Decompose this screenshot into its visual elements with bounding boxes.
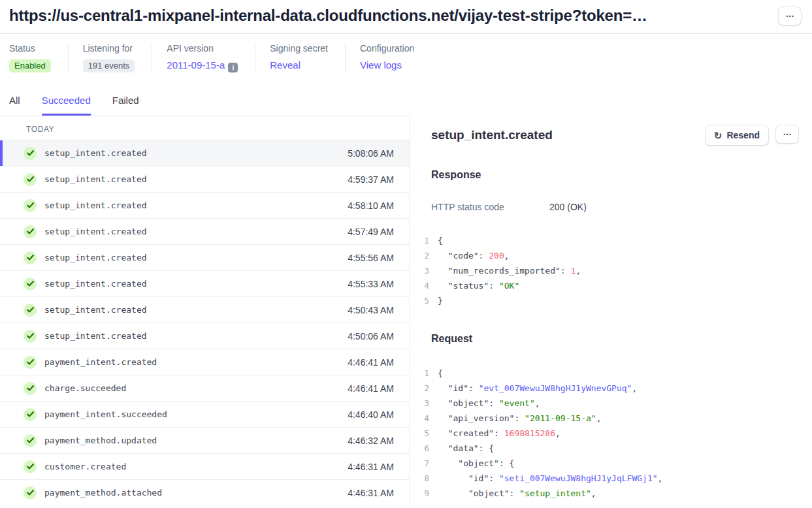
check-icon	[24, 147, 37, 160]
code-line: 6 "data": {	[420, 441, 799, 456]
code-line: 8 "id": "seti_007WewuJW8hgHJ1yJqLFWGj1",	[420, 471, 799, 486]
line-number: 4	[420, 278, 429, 293]
event-row[interactable]: payment_intent.succeeded4:46:40 AM	[0, 402, 410, 428]
check-icon	[24, 408, 37, 421]
event-time: 4:46:32 AM	[348, 436, 394, 446]
code-token: ,	[591, 488, 596, 498]
line-number: 7	[420, 456, 429, 471]
code-token: ,	[555, 428, 560, 438]
check-icon	[24, 486, 37, 500]
check-icon	[24, 199, 37, 212]
check-icon	[24, 225, 37, 238]
resend-button[interactable]: ↻ Resend	[705, 125, 769, 146]
detail-actions: ↻ Resend ⋯	[705, 125, 799, 146]
meta-value-api-version: 2011-09-15-ai	[167, 59, 238, 72]
event-row[interactable]: setup_intent.created4:50:06 AM	[0, 323, 410, 349]
event-rows: setup_intent.created5:08:06 AMsetup_inte…	[0, 140, 410, 505]
event-row[interactable]: payment_intent.created4:46:41 AM	[0, 349, 410, 375]
code-line: 4 "api_version": "2011-09-15-a",	[420, 411, 799, 426]
header-overflow-button[interactable]: ⋯	[778, 7, 802, 25]
code-text: {	[438, 366, 443, 381]
meta-item-configuration: ConfigurationView logs	[345, 43, 431, 72]
event-time: 4:57:49 AM	[348, 227, 394, 237]
meta-item-listening-for: Listening for191 events	[68, 43, 152, 72]
code-line: 1{	[420, 233, 799, 248]
code-line: 2 "id": "evt_007WewuJW8hgHJ1yWnevGPuq",	[420, 381, 799, 396]
code-token: "OK"	[499, 281, 519, 291]
configuration-link[interactable]: View logs	[360, 59, 402, 71]
detail-overflow-button[interactable]: ⋯	[775, 125, 799, 144]
event-time: 4:55:33 AM	[348, 279, 394, 289]
event-time: 4:46:31 AM	[348, 462, 394, 472]
code-token: "num_records_imported":	[438, 266, 571, 276]
resend-icon: ↻	[714, 131, 723, 140]
event-name: setup_intent.created	[44, 174, 348, 184]
code-text: "object": "event",	[438, 396, 540, 411]
line-number: 1	[420, 366, 429, 381]
code-text: {	[438, 233, 443, 248]
event-row[interactable]: setup_intent.created4:50:43 AM	[0, 297, 410, 323]
tab-succeeded[interactable]: Succeeded	[42, 95, 91, 116]
page-header: https://us-central1-mixpanel-internal-da…	[0, 0, 812, 34]
event-name: setup_intent.created	[44, 279, 348, 289]
code-line: 1{	[420, 366, 799, 381]
event-time: 4:46:41 AM	[348, 383, 394, 394]
code-token: "object":	[438, 488, 519, 498]
event-row[interactable]: setup_intent.created4:59:37 AM	[0, 167, 410, 193]
line-number: 2	[420, 381, 429, 396]
event-row[interactable]: customer.created4:46:31 AM	[0, 454, 410, 480]
tab-bar: AllSucceededFailed	[0, 83, 812, 116]
api-version-link[interactable]: 2011-09-15-a	[167, 59, 225, 71]
event-name: customer.created	[44, 462, 348, 471]
code-token: "2011-09-15-a"	[525, 413, 596, 423]
check-icon	[24, 382, 37, 395]
code-line: 7 "object": {	[420, 456, 799, 471]
code-text: "data": {	[438, 441, 494, 456]
code-token: "data": {	[438, 443, 494, 453]
check-icon	[24, 173, 37, 186]
check-icon	[24, 460, 37, 473]
code-text: "code": 200,	[438, 248, 510, 263]
code-line: 5 "created": 1698815286,	[420, 426, 799, 441]
http-status-row: HTTP status code 200 (OK)	[431, 202, 799, 212]
event-row[interactable]: setup_intent.created4:55:56 AM	[0, 245, 410, 271]
line-number: 5	[420, 293, 429, 308]
event-time: 5:08:06 AM	[348, 148, 394, 159]
detail-title: setup_intent.created	[431, 128, 553, 142]
event-row[interactable]: setup_intent.created4:58:10 AM	[0, 193, 410, 219]
line-number: 4	[420, 411, 429, 426]
event-row[interactable]: setup_intent.created5:08:06 AM	[0, 140, 410, 167]
line-number: 6	[420, 441, 429, 456]
signing-secret-link[interactable]: Reveal	[270, 59, 300, 71]
code-token: "code":	[438, 251, 489, 261]
info-icon[interactable]: i	[228, 63, 238, 72]
code-text: }	[438, 293, 443, 308]
code-token: "id":	[438, 383, 479, 393]
line-number: 3	[420, 396, 429, 411]
code-token: ,	[504, 251, 510, 261]
event-row[interactable]: payment_method.attached4:46:31 AM	[0, 480, 410, 505]
event-time: 4:46:40 AM	[348, 409, 394, 420]
code-token: "event"	[499, 398, 535, 408]
tab-all[interactable]: All	[9, 95, 20, 116]
code-text: "num_records_imported": 1,	[438, 263, 581, 278]
event-time: 4:58:10 AM	[348, 200, 394, 211]
line-number: 8	[420, 471, 429, 486]
event-list-panel: TODAY setup_intent.created5:08:06 AMsetu…	[0, 116, 410, 505]
event-row[interactable]: payment_method.updated4:46:32 AM	[0, 428, 410, 454]
meta-label-configuration: Configuration	[360, 43, 414, 54]
line-number: 3	[420, 263, 429, 278]
meta-item-status: StatusEnabled	[9, 43, 68, 72]
event-name: setup_intent.created	[44, 331, 348, 341]
content-area: TODAY setup_intent.created5:08:06 AMsetu…	[0, 116, 812, 505]
event-row[interactable]: charge.succeeded4:46:41 AM	[0, 375, 410, 402]
event-row[interactable]: setup_intent.created4:57:49 AM	[0, 219, 410, 245]
event-detail-panel: setup_intent.created ↻ Resend ⋯ Response…	[410, 116, 812, 505]
code-token: "seti_007WewuJW8hgHJ1yJqLFWGj1"	[499, 473, 658, 483]
code-line: 9 "object": "setup_intent",	[420, 486, 799, 501]
event-name: payment_intent.succeeded	[44, 409, 348, 419]
meta-label-api-version: API version	[167, 43, 238, 54]
event-row[interactable]: setup_intent.created4:55:33 AM	[0, 271, 410, 297]
tab-failed[interactable]: Failed	[112, 95, 139, 116]
event-name: setup_intent.created	[44, 200, 348, 210]
